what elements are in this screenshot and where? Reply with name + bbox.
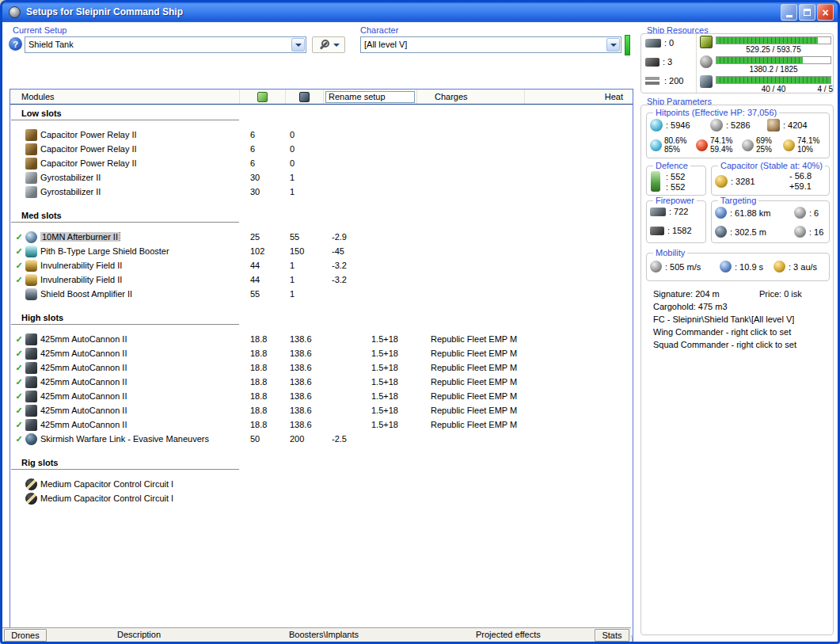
wing-commander-setting[interactable]: Wing Commander - right click to set bbox=[653, 327, 791, 337]
tab-boosters-implants[interactable]: Boosters\Implants bbox=[289, 630, 359, 639]
current-setup-label: Current Setup bbox=[13, 25, 67, 35]
pg-value: 1 bbox=[290, 275, 332, 284]
capacitor-amount: : 3281 bbox=[731, 177, 755, 186]
signature-info: Signature: 204 m bbox=[653, 289, 720, 299]
squad-commander-setting[interactable]: Squad Commander - right click to set bbox=[653, 340, 796, 349]
character-dropdown-button[interactable] bbox=[606, 38, 620, 51]
charge-name: Republic Fleet EMP M bbox=[431, 349, 633, 358]
current-setup-dropdown-button[interactable] bbox=[291, 38, 305, 51]
minimize-button[interactable] bbox=[781, 4, 797, 21]
module-row[interactable]: Gyrostabilizer II301 bbox=[10, 185, 633, 199]
gyrostabilizer-icon bbox=[25, 186, 37, 198]
cpu-value: 18.8 bbox=[250, 349, 290, 358]
module-row[interactable]: Shield Boost Amplifier II551 bbox=[10, 287, 633, 301]
maximize-button[interactable] bbox=[799, 4, 815, 21]
calibration-icon bbox=[645, 76, 661, 86]
pg-value: 138.6 bbox=[290, 377, 332, 387]
invulnerability-field-icon bbox=[25, 260, 37, 272]
close-button[interactable]: × bbox=[817, 4, 834, 21]
cpu-value: 18.8 bbox=[250, 334, 290, 344]
module-name: 10MN Afterburner II bbox=[40, 232, 250, 242]
rename-setup-field[interactable]: Rename setup bbox=[325, 91, 415, 103]
setup-tools-button[interactable] bbox=[312, 36, 345, 53]
module-row[interactable]: Capacitor Power Relay II60 bbox=[10, 128, 633, 142]
character-combo[interactable]: [All level V] bbox=[360, 36, 621, 53]
module-name: 425mm AutoCannon II bbox=[40, 377, 250, 387]
tab-drones[interactable]: Drones bbox=[4, 629, 47, 642]
pg-value: 138.6 bbox=[290, 363, 332, 372]
module-name: Capacitor Power Relay II bbox=[40, 144, 250, 154]
cpu-value: 44 bbox=[250, 261, 290, 270]
cpu-value: 102 bbox=[250, 246, 290, 256]
dps-icon bbox=[650, 208, 666, 216]
module-row[interactable]: ✓Invulnerability Field II441-3.2 bbox=[10, 272, 633, 287]
tab-projected-effects[interactable]: Projected effects bbox=[476, 630, 541, 639]
rig-slots-section: Rig slots bbox=[10, 456, 633, 470]
module-row[interactable]: Medium Capacitor Control Circuit I bbox=[10, 491, 633, 505]
powergrid-usage-value: 1380.2 / 1825 bbox=[716, 65, 831, 74]
cpu-value: 6 bbox=[250, 130, 290, 139]
bottom-tab-bar: Drones Description Boosters\Implants Pro… bbox=[2, 627, 631, 642]
module-row[interactable]: ✓425mm AutoCannon II18.8138.61.5+18Repub… bbox=[10, 332, 633, 346]
module-row[interactable]: Gyrostabilizer II301 bbox=[10, 170, 633, 185]
module-row[interactable]: ✓425mm AutoCannon II18.8138.61.5+18Repub… bbox=[10, 403, 633, 417]
powergrid-column-header[interactable] bbox=[286, 90, 324, 104]
pg-value: 1 bbox=[290, 289, 332, 299]
capacitor-power-relay-icon bbox=[25, 129, 37, 141]
shield-boost-amplifier-icon bbox=[25, 288, 37, 300]
firepower-box: Firepower : 722 : 1582 bbox=[646, 200, 706, 243]
firepower-title: Firepower bbox=[653, 196, 697, 205]
module-row[interactable]: Capacitor Power Relay II60 bbox=[10, 142, 633, 156]
range-value: 1.5+18 bbox=[371, 334, 431, 344]
module-row[interactable]: ✓425mm AutoCannon II18.8138.61.5+18Repub… bbox=[10, 417, 633, 432]
range-value: 1.5+18 bbox=[371, 349, 431, 358]
capacitor-icon bbox=[715, 175, 728, 188]
targeting-range-value: : 61.88 km bbox=[730, 208, 770, 218]
module-row[interactable]: Capacitor Power Relay II60 bbox=[10, 156, 633, 170]
module-row[interactable]: ✓10MN Afterburner II2555-2.9 bbox=[10, 230, 633, 244]
current-setup-value: Shield Tank bbox=[25, 37, 306, 52]
pg-value: 1 bbox=[290, 261, 332, 270]
module-name: Capacitor Power Relay II bbox=[40, 158, 250, 168]
module-name: Skirmish Warfare Link - Evasive Maneuver… bbox=[40, 434, 250, 444]
chevron-down-icon bbox=[333, 44, 340, 47]
charges-tab[interactable]: Charges bbox=[417, 90, 525, 104]
volley-value: : 1582 bbox=[667, 226, 692, 235]
modules-column-header[interactable]: Modules bbox=[10, 90, 240, 104]
module-name: Invulnerability Field II bbox=[40, 275, 250, 284]
module-row[interactable]: ✓425mm AutoCannon II18.8138.61.5+18Repub… bbox=[10, 360, 633, 375]
armor-hp-icon bbox=[710, 119, 723, 131]
mobility-box: Mobility : 505 m/s : 10.9 s : 3 au/s bbox=[646, 253, 830, 281]
module-list-panel: Modules Rename setup Charges Heat Low sl… bbox=[10, 89, 633, 644]
tab-description[interactable]: Description bbox=[117, 630, 161, 639]
shield-booster-icon bbox=[25, 246, 37, 257]
range-value: 1.5+18 bbox=[371, 420, 431, 429]
active-check-icon: ✓ bbox=[13, 261, 25, 271]
active-check-icon: ✓ bbox=[13, 232, 25, 242]
module-row[interactable]: ✓425mm AutoCannon II18.8138.61.5+18Repub… bbox=[10, 375, 633, 389]
fleet-commander-setting[interactable]: FC - Sleipnir\Shield Tank\[All level V] bbox=[653, 314, 794, 324]
module-row[interactable]: ✓Invulnerability Field II441-3.2 bbox=[10, 258, 633, 272]
title-bar[interactable]: Setups for Sleipnir Command Ship × bbox=[2, 2, 838, 22]
defence-title: Defence bbox=[653, 161, 690, 170]
range-value: 1.5+18 bbox=[371, 406, 431, 415]
module-row[interactable]: Medium Capacitor Control Circuit I bbox=[10, 477, 633, 491]
heat-tab[interactable]: Heat bbox=[525, 90, 633, 104]
align-time-icon bbox=[720, 261, 732, 272]
module-name: 425mm AutoCannon II bbox=[40, 391, 250, 401]
kinetic-resist-icon bbox=[742, 139, 754, 151]
help-button[interactable]: ? bbox=[9, 37, 22, 51]
module-row[interactable]: ✓425mm AutoCannon II18.8138.61.5+18Repub… bbox=[10, 346, 633, 360]
current-setup-combo[interactable]: Shield Tank bbox=[25, 36, 306, 53]
cpu-chip-icon bbox=[257, 92, 268, 102]
module-row[interactable]: ✓425mm AutoCannon II18.8138.61.5+18Repub… bbox=[10, 389, 633, 403]
module-row[interactable]: ✓Pith B-Type Large Shield Booster102150-… bbox=[10, 244, 633, 258]
window-title: Setups for Sleipnir Command Ship bbox=[26, 2, 183, 22]
shield-hp-icon bbox=[650, 119, 663, 131]
scan-resolution-value: : 16 bbox=[809, 227, 823, 237]
tab-stats[interactable]: Stats bbox=[595, 629, 629, 642]
thermal-resist-top: 74.1% bbox=[797, 136, 819, 145]
cpu-column-header[interactable] bbox=[240, 90, 286, 104]
rig-circuit-icon bbox=[25, 478, 37, 490]
module-row[interactable]: ✓Skirmish Warfare Link - Evasive Maneuve… bbox=[10, 432, 633, 446]
